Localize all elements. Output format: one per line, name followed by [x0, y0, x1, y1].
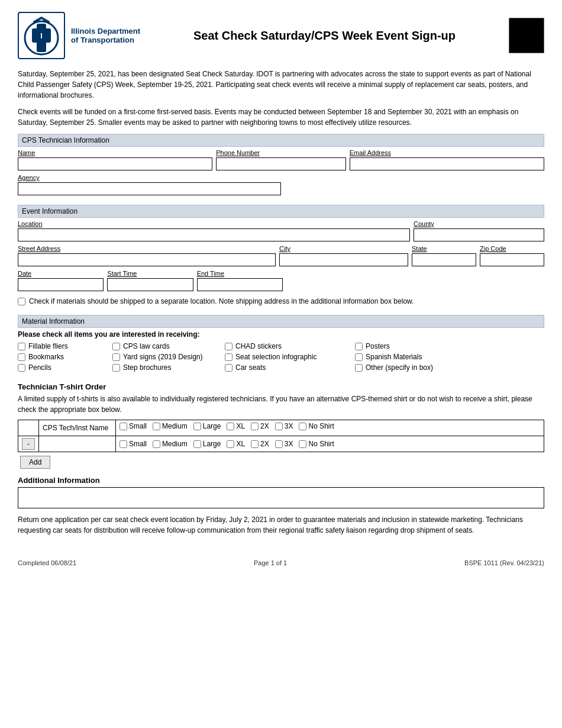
qr-code	[509, 18, 544, 53]
material-seat-infographic: Seat selection infographic	[225, 353, 355, 361]
start-time-input[interactable]	[107, 278, 193, 291]
phone-input[interactable]	[216, 157, 346, 170]
tshirt-data-row: - Small Medium Large	[18, 436, 544, 452]
shipping-label: Check if materials should be shipped to …	[29, 297, 414, 305]
email-input[interactable]	[350, 157, 544, 170]
bookmarks-checkbox[interactable]	[18, 353, 25, 361]
row-size-small: Small	[119, 440, 147, 448]
street-label: Street Address	[18, 245, 276, 252]
other-label: Other (specify in box)	[366, 363, 433, 372]
row-size-small-checkbox[interactable]	[119, 440, 127, 448]
street-input[interactable]	[18, 253, 276, 266]
city-field-group: City	[279, 245, 408, 266]
svg-rect-16	[528, 20, 530, 22]
row-size-medium: Medium	[153, 440, 188, 448]
seat-infographic-label: Seat selection infographic	[235, 353, 316, 361]
seat-infographic-checkbox[interactable]	[225, 353, 232, 361]
other-checkbox[interactable]	[355, 364, 363, 372]
size-2x-checkbox[interactable]	[251, 423, 259, 430]
location-label: Location	[18, 220, 410, 227]
fillable-fliers-checkbox[interactable]	[18, 343, 25, 350]
shipping-checkbox-row: Check if materials should be shipped to …	[18, 297, 544, 305]
size-medium-checkbox[interactable]	[153, 423, 160, 430]
start-time-label: Start Time	[107, 270, 193, 277]
material-bookmarks: Bookmarks	[18, 353, 112, 361]
posters-checkbox[interactable]	[355, 343, 363, 350]
shipping-checkbox[interactable]	[18, 298, 25, 305]
row-size-3x-checkbox[interactable]	[275, 440, 283, 448]
tshirt-header-row: CPS Tech/Inst Name Small Medium Large XL	[18, 420, 544, 436]
footer-page: Page 1 of 1	[254, 559, 287, 566]
svg-rect-18	[524, 27, 527, 30]
end-time-label: End Time	[197, 270, 283, 277]
svg-rect-33	[535, 40, 537, 43]
size-small-checkbox[interactable]	[119, 423, 127, 430]
date-label: Date	[18, 270, 104, 277]
size-xl-checkbox[interactable]	[227, 423, 234, 430]
size-no-shirt-checkbox[interactable]	[299, 423, 306, 430]
county-label: County	[414, 220, 544, 227]
city-input[interactable]	[279, 253, 408, 266]
svg-rect-19	[528, 26, 530, 28]
date-input[interactable]	[18, 278, 104, 291]
location-input[interactable]	[18, 228, 410, 241]
county-input[interactable]	[414, 228, 544, 241]
material-step-brochures: Step brochures	[112, 363, 225, 372]
svg-rect-20	[511, 33, 513, 36]
pencils-checkbox[interactable]	[18, 364, 25, 372]
tshirt-title: Technician T-shirt Order	[18, 382, 544, 391]
location-county-row: Location County	[18, 220, 544, 241]
material-fillable-fliers: Fillable fliers	[18, 342, 112, 350]
cps-law-cards-label: CPS law cards	[123, 342, 170, 350]
materials-subtitle: Please check all items you are intereste…	[18, 330, 544, 339]
svg-rect-34	[535, 44, 537, 46]
end-time-input[interactable]	[197, 278, 283, 291]
size-3x: 3X	[275, 422, 293, 430]
materials-grid: Fillable fliers CPS law cards CHAD stick…	[18, 342, 544, 372]
step-brochures-checkbox[interactable]	[112, 364, 120, 372]
row-size-xl: XL	[227, 440, 245, 448]
name-input[interactable]	[18, 157, 212, 170]
additional-info-textarea[interactable]	[18, 488, 544, 508]
size-large-checkbox[interactable]	[193, 423, 201, 430]
size-small: Small	[119, 422, 147, 430]
svg-rect-25	[531, 33, 534, 36]
state-input[interactable]	[412, 253, 476, 266]
zip-input[interactable]	[480, 253, 544, 266]
size-large: Large	[193, 422, 221, 430]
car-seats-checkbox[interactable]	[225, 364, 232, 372]
row-size-no-shirt-checkbox[interactable]	[299, 440, 306, 448]
footer-completed: Completed 06/08/21	[18, 559, 76, 566]
chad-stickers-checkbox[interactable]	[225, 343, 232, 350]
svg-rect-35	[538, 40, 541, 43]
svg-rect-30	[538, 37, 541, 39]
agency-input[interactable]	[18, 182, 281, 195]
row-size-medium-checkbox[interactable]	[153, 440, 160, 448]
size-3x-checkbox[interactable]	[275, 423, 283, 430]
page-header: I Illinois Department of Transportation …	[18, 12, 544, 59]
tshirt-name-input[interactable]	[43, 440, 112, 448]
tshirt-desc: A limited supply of t-shirts is also ava…	[18, 394, 544, 415]
row-size-xl-checkbox[interactable]	[227, 440, 234, 448]
spanish-checkbox[interactable]	[355, 353, 363, 361]
material-posters: Posters	[355, 342, 461, 350]
svg-rect-14	[513, 43, 519, 49]
row-size-2x: 2X	[251, 440, 269, 448]
zip-field-group: Zip Code	[480, 245, 544, 266]
row-size-large-checkbox[interactable]	[193, 440, 201, 448]
county-field-group: County	[414, 220, 544, 241]
tshirt-name-input-cell	[39, 436, 116, 452]
footer-text: Return one application per car seat chec…	[18, 514, 544, 536]
yard-signs-label: Yard signs (2019 Design)	[123, 353, 203, 361]
svg-rect-32	[528, 44, 530, 46]
remove-tshirt-row-button[interactable]: -	[22, 438, 35, 450]
cps-law-cards-checkbox[interactable]	[112, 343, 120, 350]
svg-rect-8	[513, 22, 519, 28]
add-tshirt-row-button[interactable]: Add	[20, 456, 50, 469]
state-label: State	[412, 245, 476, 252]
svg-rect-31	[524, 40, 527, 43]
street-field-group: Street Address	[18, 245, 276, 266]
row-size-2x-checkbox[interactable]	[251, 440, 259, 448]
additional-info-box[interactable]	[18, 487, 544, 508]
yard-signs-checkbox[interactable]	[112, 353, 120, 361]
